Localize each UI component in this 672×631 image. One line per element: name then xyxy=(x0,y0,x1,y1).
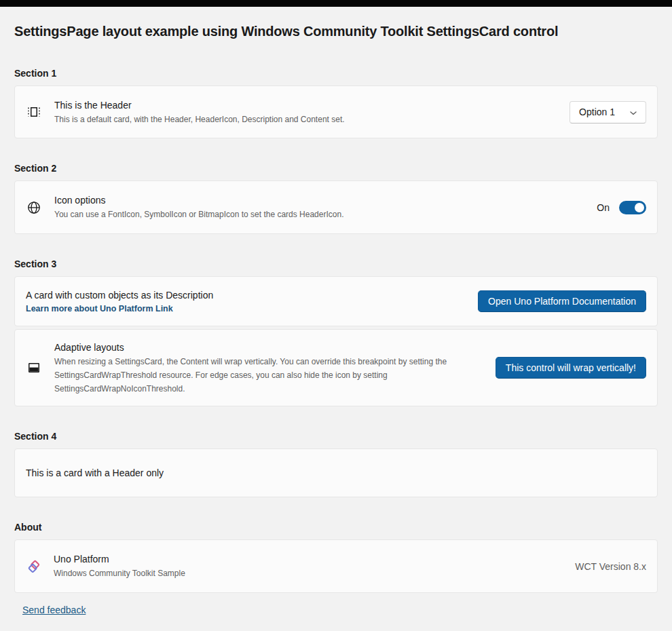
card-text-block: Adaptive layouts When resizing a Setting… xyxy=(54,341,496,396)
settings-card-default: This is the Header This is a default car… xyxy=(14,85,658,138)
open-documentation-button[interactable]: Open Uno Platform Documentation xyxy=(478,290,646,312)
card-text-block: Uno Platform Windows Community Toolkit S… xyxy=(54,552,575,580)
toggle-state-label: On xyxy=(597,202,610,213)
icon-toggle-group: On xyxy=(597,201,646,214)
wrap-vertically-button[interactable]: This control will wrap vertically! xyxy=(496,357,646,379)
settings-card-icon-options: Icon options You can use a FontIcon, Sym… xyxy=(14,180,658,234)
card-text-block: This is the Header This is a default car… xyxy=(54,98,570,126)
uno-platform-link[interactable]: Learn more about Uno Platform Link xyxy=(26,304,173,313)
icon-toggle-switch[interactable] xyxy=(619,201,646,214)
option-combobox[interactable]: Option 1 xyxy=(570,101,646,123)
card-header: Adaptive layouts xyxy=(54,341,496,354)
send-feedback-link[interactable]: Send feedback xyxy=(22,605,86,615)
card-header: This is the Header xyxy=(54,98,570,112)
card-header: Uno Platform xyxy=(54,552,575,566)
card-text-block: Icon options You can use a FontIcon, Sym… xyxy=(54,193,597,221)
card-text-block: This is a card with a Header only xyxy=(26,466,646,480)
about-label: About xyxy=(14,522,658,533)
card-description: You can use a FontIcon, SymbolIcon or Bi… xyxy=(54,208,597,221)
card-description: This is a default card, with the Header,… xyxy=(54,113,570,126)
settings-card-custom-description: A card with custom objects as its Descri… xyxy=(14,276,658,326)
section-2-label: Section 2 xyxy=(14,163,658,174)
settings-page: SettingsPage layout example using Window… xyxy=(0,24,672,616)
card-description: Windows Community Toolkit Sample xyxy=(54,567,575,580)
about-card: Uno Platform Windows Community Toolkit S… xyxy=(14,539,658,593)
combobox-value: Option 1 xyxy=(579,107,615,117)
section-3-label: Section 3 xyxy=(14,259,658,269)
wct-version-text: WCT Version 8.x xyxy=(575,561,646,572)
toggle-knob xyxy=(635,203,644,212)
settings-card-adaptive-layouts: Adaptive layouts When resizing a Setting… xyxy=(14,329,658,406)
layout-frame-icon xyxy=(27,105,41,119)
page-title: SettingsPage layout example using Window… xyxy=(14,24,658,39)
chevron-down-icon xyxy=(630,107,637,117)
card-description: When resizing a SettingsCard, the Conten… xyxy=(54,355,467,396)
card-header: A card with custom objects as its Descri… xyxy=(26,288,478,302)
uno-platform-logo xyxy=(26,558,42,575)
card-header: This is a card with a Header only xyxy=(26,466,646,480)
card-header: Icon options xyxy=(54,193,597,207)
globe-icon xyxy=(27,201,41,214)
section-1-label: Section 1 xyxy=(14,68,658,79)
card-text-block: A card with custom objects as its Descri… xyxy=(26,288,478,314)
adaptive-layout-icon xyxy=(27,361,41,375)
window-top-bar xyxy=(0,0,672,7)
settings-card-header-only: This is a card with a Header only xyxy=(14,448,658,497)
section-4-label: Section 4 xyxy=(14,431,658,442)
